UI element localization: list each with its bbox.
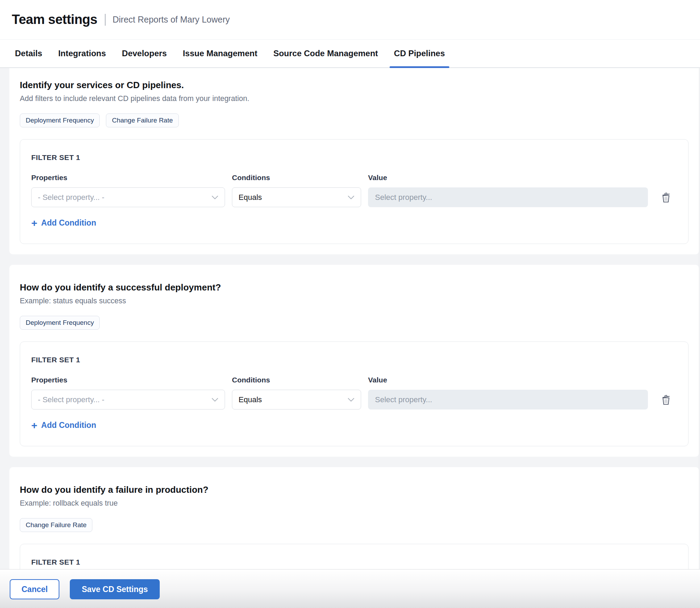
page-subtitle: Direct Reports of Mary Lowery [112,15,230,25]
value-input[interactable] [368,390,648,409]
tab-list: Details Integrations Developers Issue Ma… [0,40,700,67]
footer-actions: Cancel Save CD Settings [0,569,700,608]
title-divider [105,14,106,26]
property-select[interactable]: - Select property... - [31,187,225,207]
filter-condition-row: Properties Conditions Value - Select pro… [31,174,677,207]
metric-badges: Deployment Frequency [20,316,689,330]
tab-cd-pipelines[interactable]: CD Pipelines [390,40,450,67]
tab-label: Developers [122,49,167,58]
filter-set-title: FILTER SET 1 [31,356,677,364]
section-heading: How do you identify a successful deploym… [20,282,689,293]
trash-icon [661,192,671,203]
scrollbar-gutter [699,68,699,608]
condition-select-value: Equals [239,193,262,202]
team-settings-page: Team settings Direct Reports of Mary Low… [0,0,700,608]
property-select[interactable]: - Select property... - [31,390,225,409]
delete-condition-button[interactable] [659,190,673,204]
section-heading: Identify your services or CD pipelines. [20,80,689,91]
tab-issue-management[interactable]: Issue Management [178,40,262,67]
condition-select-value: Equals [239,395,262,404]
section-description: Example: rollback equals true [20,499,689,508]
add-condition-label: Add Condition [41,421,96,430]
section-description: Example: status equals success [20,297,689,305]
tab-developers[interactable]: Developers [117,40,171,67]
main-content: Identify your services or CD pipelines. … [0,68,700,608]
metric-badge-change-failure-rate[interactable]: Change Failure Rate [20,518,92,532]
metric-badge-deployment-frequency[interactable]: Deployment Frequency [20,316,100,330]
tab-label: Issue Management [183,49,257,58]
filter-set-card: FILTER SET 1 Properties Conditions Value… [20,139,689,244]
value-label: Value [368,376,648,384]
value-input[interactable] [368,187,648,207]
section-heading: How do you identify a failure in product… [20,484,689,495]
properties-label: Properties [31,174,225,182]
tab-label: Details [15,49,42,58]
metric-badges: Deployment Frequency Change Failure Rate [20,113,689,127]
section-description: Add filters to include relevant CD pipel… [20,94,689,103]
property-select-placeholder: - Select property... - [38,395,105,404]
plus-icon: + [31,219,38,227]
trash-icon [661,394,671,405]
condition-select[interactable]: Equals [232,187,361,207]
property-select-placeholder: - Select property... - [38,193,105,202]
conditions-label: Conditions [232,376,361,384]
tab-integrations[interactable]: Integrations [54,40,110,67]
metric-badge-change-failure-rate[interactable]: Change Failure Rate [106,113,178,127]
settings-section: How do you identify a successful deploym… [9,265,699,457]
cancel-button[interactable]: Cancel [10,579,59,599]
filter-condition-row: Properties Conditions Value - Select pro… [31,376,677,409]
chevron-down-icon [348,195,355,200]
chevron-down-icon [211,195,218,200]
metric-badges: Change Failure Rate [20,518,689,532]
plus-icon: + [31,422,38,429]
condition-select[interactable]: Equals [232,390,361,409]
page-title: Team settings [12,12,97,27]
add-condition-button[interactable]: + Add Condition [31,421,96,430]
save-cd-settings-button[interactable]: Save CD Settings [70,579,159,599]
active-tab-underline [390,66,450,68]
chevron-down-icon [348,398,355,402]
settings-section: Identify your services or CD pipelines. … [9,68,699,254]
metric-badge-deployment-frequency[interactable]: Deployment Frequency [20,113,100,127]
filter-set-card: FILTER SET 1 Properties Conditions Value… [20,341,689,446]
properties-label: Properties [31,376,225,384]
chevron-down-icon [211,398,218,402]
page-header: Team settings Direct Reports of Mary Low… [0,0,700,39]
add-condition-label: Add Condition [41,218,96,228]
tab-label: Integrations [58,49,106,58]
add-condition-button[interactable]: + Add Condition [31,218,96,228]
tab-source-code-management[interactable]: Source Code Management [269,40,382,67]
settings-tabbar: Details Integrations Developers Issue Ma… [0,39,700,68]
delete-condition-button[interactable] [659,392,673,407]
tab-label: CD Pipelines [394,49,445,58]
tab-details[interactable]: Details [10,40,47,67]
filter-set-title: FILTER SET 1 [31,153,677,162]
value-label: Value [368,174,648,182]
filter-set-title: FILTER SET 1 [31,558,677,566]
conditions-label: Conditions [232,174,361,182]
tab-label: Source Code Management [273,49,378,58]
